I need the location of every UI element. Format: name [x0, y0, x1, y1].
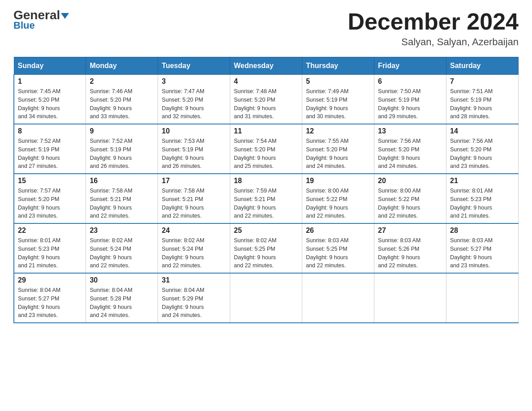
day-info: Sunrise: 7:56 AM Sunset: 5:20 PM Dayligh…	[378, 137, 442, 171]
calendar-week-row: 1 Sunrise: 7:45 AM Sunset: 5:20 PM Dayli…	[14, 75, 519, 124]
day-info: Sunrise: 8:04 AM Sunset: 5:29 PM Dayligh…	[162, 286, 226, 320]
table-row: 10 Sunrise: 7:53 AM Sunset: 5:19 PM Dayl…	[158, 124, 230, 174]
table-row: 1 Sunrise: 7:45 AM Sunset: 5:20 PM Dayli…	[14, 75, 86, 124]
month-title: December 2024	[348, 9, 519, 34]
day-info: Sunrise: 7:47 AM Sunset: 5:20 PM Dayligh…	[162, 87, 226, 121]
calendar-week-row: 15 Sunrise: 7:57 AM Sunset: 5:20 PM Dayl…	[14, 174, 519, 223]
calendar-week-row: 8 Sunrise: 7:52 AM Sunset: 5:19 PM Dayli…	[14, 124, 519, 174]
day-info: Sunrise: 7:53 AM Sunset: 5:19 PM Dayligh…	[162, 137, 226, 171]
day-number: 29	[18, 276, 82, 284]
table-row	[302, 273, 374, 323]
table-row: 29 Sunrise: 8:04 AM Sunset: 5:27 PM Dayl…	[14, 273, 86, 323]
day-info: Sunrise: 7:56 AM Sunset: 5:20 PM Dayligh…	[450, 137, 515, 171]
table-row	[230, 273, 302, 323]
title-block: December 2024 Salyan, Salyan, Azerbaijan	[348, 9, 519, 48]
day-number: 28	[450, 227, 515, 235]
day-info: Sunrise: 7:58 AM Sunset: 5:21 PM Dayligh…	[162, 187, 226, 220]
day-info: Sunrise: 7:55 AM Sunset: 5:20 PM Dayligh…	[306, 137, 370, 171]
day-number: 23	[90, 227, 154, 235]
day-number: 5	[306, 77, 370, 86]
day-info: Sunrise: 8:03 AM Sunset: 5:26 PM Dayligh…	[378, 236, 442, 270]
table-row: 28 Sunrise: 8:03 AM Sunset: 5:27 PM Dayl…	[446, 223, 519, 273]
table-row: 30 Sunrise: 8:04 AM Sunset: 5:28 PM Dayl…	[86, 273, 158, 323]
day-number: 21	[450, 177, 515, 185]
table-row: 12 Sunrise: 7:55 AM Sunset: 5:20 PM Dayl…	[302, 124, 374, 174]
day-info: Sunrise: 8:04 AM Sunset: 5:28 PM Dayligh…	[90, 286, 154, 320]
table-row: 17 Sunrise: 7:58 AM Sunset: 5:21 PM Dayl…	[158, 174, 230, 223]
day-info: Sunrise: 8:02 AM Sunset: 5:24 PM Dayligh…	[90, 236, 154, 270]
col-sunday: Sunday	[14, 57, 86, 75]
logo-blue: Blue	[13, 20, 35, 31]
logo: General Blue	[13, 9, 69, 31]
table-row: 27 Sunrise: 8:03 AM Sunset: 5:26 PM Dayl…	[374, 223, 446, 273]
day-number: 9	[90, 127, 154, 135]
table-row: 6 Sunrise: 7:50 AM Sunset: 5:19 PM Dayli…	[374, 75, 446, 124]
table-row: 11 Sunrise: 7:54 AM Sunset: 5:20 PM Dayl…	[230, 124, 302, 174]
calendar-table: Sunday Monday Tuesday Wednesday Thursday…	[13, 57, 519, 323]
day-number: 20	[378, 177, 442, 185]
col-saturday: Saturday	[446, 57, 519, 75]
day-number: 1	[18, 77, 82, 86]
table-row: 21 Sunrise: 8:01 AM Sunset: 5:23 PM Dayl…	[446, 174, 519, 223]
day-info: Sunrise: 7:58 AM Sunset: 5:21 PM Dayligh…	[90, 187, 154, 220]
day-number: 4	[234, 77, 298, 86]
day-number: 30	[90, 276, 154, 284]
table-row: 20 Sunrise: 8:00 AM Sunset: 5:22 PM Dayl…	[374, 174, 446, 223]
table-row	[374, 273, 446, 323]
day-info: Sunrise: 8:02 AM Sunset: 5:24 PM Dayligh…	[162, 236, 226, 270]
day-info: Sunrise: 7:57 AM Sunset: 5:20 PM Dayligh…	[18, 187, 82, 220]
day-number: 15	[18, 177, 82, 185]
day-info: Sunrise: 8:03 AM Sunset: 5:25 PM Dayligh…	[306, 236, 370, 270]
day-number: 7	[450, 77, 515, 86]
table-row: 24 Sunrise: 8:02 AM Sunset: 5:24 PM Dayl…	[158, 223, 230, 273]
day-number: 26	[306, 227, 370, 235]
day-number: 13	[378, 127, 442, 135]
day-info: Sunrise: 8:01 AM Sunset: 5:23 PM Dayligh…	[18, 236, 82, 270]
table-row: 4 Sunrise: 7:48 AM Sunset: 5:20 PM Dayli…	[230, 75, 302, 124]
day-info: Sunrise: 7:48 AM Sunset: 5:20 PM Dayligh…	[234, 87, 298, 121]
location-title: Salyan, Salyan, Azerbaijan	[348, 36, 519, 48]
col-monday: Monday	[86, 57, 158, 75]
day-number: 8	[18, 127, 82, 135]
day-info: Sunrise: 8:04 AM Sunset: 5:27 PM Dayligh…	[18, 286, 82, 320]
day-number: 31	[162, 276, 226, 284]
table-row: 9 Sunrise: 7:52 AM Sunset: 5:19 PM Dayli…	[86, 124, 158, 174]
day-info: Sunrise: 8:02 AM Sunset: 5:25 PM Dayligh…	[234, 236, 298, 270]
col-thursday: Thursday	[302, 57, 374, 75]
day-number: 14	[450, 127, 515, 135]
day-info: Sunrise: 7:51 AM Sunset: 5:19 PM Dayligh…	[450, 87, 515, 121]
table-row: 31 Sunrise: 8:04 AM Sunset: 5:29 PM Dayl…	[158, 273, 230, 323]
day-info: Sunrise: 8:00 AM Sunset: 5:22 PM Dayligh…	[378, 187, 442, 220]
day-info: Sunrise: 7:50 AM Sunset: 5:19 PM Dayligh…	[378, 87, 442, 121]
day-info: Sunrise: 7:46 AM Sunset: 5:20 PM Dayligh…	[90, 87, 154, 121]
day-info: Sunrise: 8:03 AM Sunset: 5:27 PM Dayligh…	[450, 236, 515, 270]
day-info: Sunrise: 7:52 AM Sunset: 5:19 PM Dayligh…	[90, 137, 154, 171]
day-number: 17	[162, 177, 226, 185]
table-row: 23 Sunrise: 8:02 AM Sunset: 5:24 PM Dayl…	[86, 223, 158, 273]
day-info: Sunrise: 7:49 AM Sunset: 5:19 PM Dayligh…	[306, 87, 370, 121]
table-row: 13 Sunrise: 7:56 AM Sunset: 5:20 PM Dayl…	[374, 124, 446, 174]
table-row: 3 Sunrise: 7:47 AM Sunset: 5:20 PM Dayli…	[158, 75, 230, 124]
table-row: 26 Sunrise: 8:03 AM Sunset: 5:25 PM Dayl…	[302, 223, 374, 273]
day-number: 22	[18, 227, 82, 235]
table-row: 5 Sunrise: 7:49 AM Sunset: 5:19 PM Dayli…	[302, 75, 374, 124]
day-info: Sunrise: 7:52 AM Sunset: 5:19 PM Dayligh…	[18, 137, 82, 171]
col-wednesday: Wednesday	[230, 57, 302, 75]
table-row: 7 Sunrise: 7:51 AM Sunset: 5:19 PM Dayli…	[446, 75, 519, 124]
day-number: 19	[306, 177, 370, 185]
table-row: 18 Sunrise: 7:59 AM Sunset: 5:21 PM Dayl…	[230, 174, 302, 223]
day-number: 25	[234, 227, 298, 235]
table-row: 25 Sunrise: 8:02 AM Sunset: 5:25 PM Dayl…	[230, 223, 302, 273]
calendar-week-row: 29 Sunrise: 8:04 AM Sunset: 5:27 PM Dayl…	[14, 273, 519, 323]
day-info: Sunrise: 8:00 AM Sunset: 5:22 PM Dayligh…	[306, 187, 370, 220]
col-tuesday: Tuesday	[158, 57, 230, 75]
day-number: 2	[90, 77, 154, 86]
day-info: Sunrise: 7:45 AM Sunset: 5:20 PM Dayligh…	[18, 87, 82, 121]
table-row: 15 Sunrise: 7:57 AM Sunset: 5:20 PM Dayl…	[14, 174, 86, 223]
day-number: 16	[90, 177, 154, 185]
day-info: Sunrise: 7:59 AM Sunset: 5:21 PM Dayligh…	[234, 187, 298, 220]
day-number: 24	[162, 227, 226, 235]
calendar-week-row: 22 Sunrise: 8:01 AM Sunset: 5:23 PM Dayl…	[14, 223, 519, 273]
day-number: 10	[162, 127, 226, 135]
table-row: 22 Sunrise: 8:01 AM Sunset: 5:23 PM Dayl…	[14, 223, 86, 273]
